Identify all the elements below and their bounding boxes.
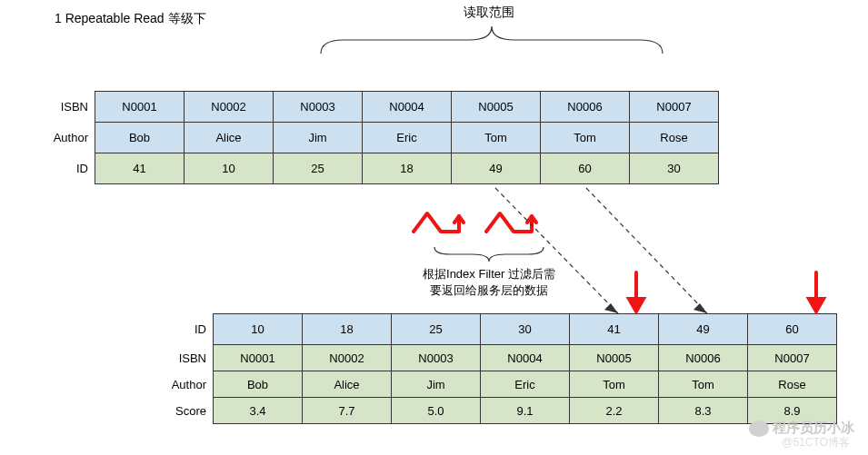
table-row: Author Bob Alice Jim Eric Tom Tom Rose [164, 371, 837, 398]
cell: 25 [273, 153, 363, 184]
cell: Tom [658, 371, 748, 398]
lock-marker-icon [414, 213, 464, 232]
cell: N0005 [451, 91, 541, 123]
cell: N0005 [569, 344, 659, 371]
row-header: Author [164, 371, 214, 398]
table-row: ISBN N0001 N0002 N0003 N0004 N0005 N0006… [164, 344, 837, 371]
cell: 3.4 [213, 397, 303, 424]
cell: 8.3 [658, 397, 748, 424]
svg-marker-5 [629, 299, 644, 312]
index-table: ISBN N0001 N0002 N0003 N0004 N0005 N0006… [45, 91, 719, 184]
svg-line-2 [586, 188, 707, 313]
cell: 10 [184, 153, 274, 184]
row-header: ID [45, 153, 95, 184]
cell: N0004 [362, 91, 452, 123]
cell: 41 [569, 313, 659, 345]
cell: 60 [747, 313, 837, 345]
row-header: Score [164, 397, 214, 424]
cell: Tom [569, 371, 659, 398]
cell: 49 [451, 153, 541, 184]
page-title: 1 Repeatable Read 等级下 [55, 11, 206, 27]
table-row: Score 3.4 7.7 5.0 9.1 2.2 8.3 8.9 [164, 397, 837, 424]
cell: N0001 [213, 344, 303, 371]
range-brace [316, 22, 667, 58]
cell: N0003 [273, 91, 363, 123]
cell: N0002 [184, 91, 274, 123]
svg-marker-1 [604, 303, 618, 313]
filter-label: 根据Index Filter 过滤后需 要返回给服务层的数据 [407, 266, 571, 299]
cell: 49 [658, 313, 748, 345]
cell: N0004 [480, 344, 570, 371]
cell: 41 [95, 153, 185, 184]
down-arrow-icon [629, 272, 644, 312]
svg-marker-3 [693, 303, 707, 313]
cell: Alice [184, 122, 274, 153]
row-header: ISBN [45, 91, 95, 123]
row-header: ISBN [164, 344, 214, 371]
cell: N0001 [95, 91, 185, 123]
cell: Alice [302, 371, 392, 398]
cell: Jim [273, 122, 363, 153]
cell: 18 [362, 153, 452, 184]
cell: Eric [480, 371, 570, 398]
svg-marker-7 [809, 299, 823, 312]
wechat-icon [749, 420, 769, 437]
cell: N0006 [658, 344, 748, 371]
filter-brace [434, 247, 544, 262]
cell: 5.0 [391, 397, 481, 424]
cell: 30 [629, 153, 719, 184]
cell: N0007 [747, 344, 837, 371]
cell: N0002 [302, 344, 392, 371]
table-row: ID 41 10 25 18 49 60 30 [45, 153, 719, 184]
row-header: Author [45, 122, 95, 153]
cell: N0007 [629, 91, 719, 123]
cell: Rose [747, 371, 837, 398]
cell: Jim [391, 371, 481, 398]
clustered-table: ID 10 18 25 30 41 49 60 ISBN N0001 N0002… [164, 313, 837, 424]
cell: 7.7 [302, 397, 392, 424]
lock-marker-icon [486, 213, 536, 232]
cell: 60 [540, 153, 630, 184]
cell: Rose [629, 122, 719, 153]
cell: Tom [540, 122, 630, 153]
cell: 30 [480, 313, 570, 345]
cell: 2.2 [569, 397, 659, 424]
range-label: 读取范围 [464, 5, 514, 21]
table-row: Author Bob Alice Jim Eric Tom Tom Rose [45, 122, 719, 153]
table-row: ISBN N0001 N0002 N0003 N0004 N0005 N0006… [45, 91, 719, 123]
cell: Tom [451, 122, 541, 153]
cell: Bob [95, 122, 185, 153]
dashed-arrow [586, 188, 707, 313]
cell: 10 [213, 313, 303, 345]
table-row: ID 10 18 25 30 41 49 60 [164, 313, 837, 345]
row-header: ID [164, 313, 214, 345]
cell: N0006 [540, 91, 630, 123]
cell: Bob [213, 371, 303, 398]
cell: N0003 [391, 344, 481, 371]
cell: 18 [302, 313, 392, 345]
cell: Eric [362, 122, 452, 153]
watermark-cto: @51CTO博客 [782, 435, 850, 450]
down-arrow-icon [809, 272, 823, 312]
cell: 25 [391, 313, 481, 345]
cell: 9.1 [480, 397, 570, 424]
